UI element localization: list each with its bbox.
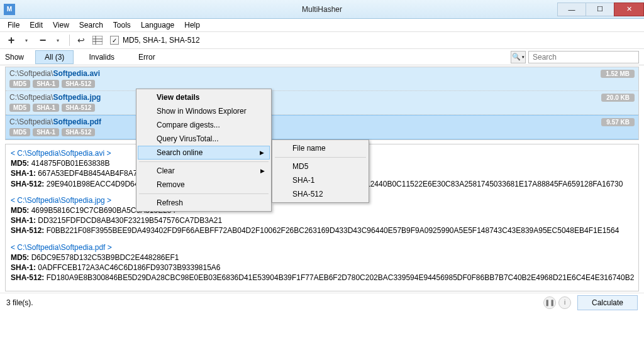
menu-edit[interactable]: Edit <box>25 19 48 31</box>
info-icon: i <box>564 299 565 306</box>
hash-value: 0ADFFCEB172A3AC46C6D186FD93073B9339815A6 <box>38 263 220 272</box>
filter-all-tab[interactable]: All (3) <box>35 50 74 64</box>
ctx-sub-sha512[interactable]: SHA-512 <box>274 187 367 201</box>
hash-badge: SHA-1 <box>33 80 59 88</box>
menu-separator <box>275 157 366 158</box>
hash-value: F0BB221F08F3955BEE9DA493402FD9F66AEBFF72… <box>47 226 619 235</box>
file-row[interactable]: C:\Softpedia\Softpedia.avi 1.52 MB MD5 S… <box>6 67 638 91</box>
hash-modes-label: MD5, SHA-1, SHA-512 <box>123 36 200 45</box>
file-path: C:\Softpedia\Softpedia.pdf <box>9 117 635 126</box>
hash-badge: MD5 <box>9 128 30 136</box>
show-label: Show <box>5 51 33 63</box>
calculate-button[interactable]: Calculate <box>577 295 638 310</box>
hash-badge: SHA-1 <box>33 104 59 112</box>
filter-invalids-tab[interactable]: Invalids <box>80 51 123 63</box>
status-bar: 3 file(s). ❚❚ i Calculate <box>0 293 644 312</box>
minimize-button[interactable]: — <box>557 3 586 16</box>
file-path: C:\Softpedia\Softpedia.jpg <box>9 93 635 102</box>
menu-help[interactable]: Help <box>179 19 205 31</box>
menu-file[interactable]: File <box>3 19 25 31</box>
context-menu: View details Show in Windows Explorer Co… <box>136 89 272 212</box>
hash-modes-checkbox[interactable]: ✓ <box>110 36 119 45</box>
ctx-compare-digests[interactable]: Compare digests... <box>138 118 270 132</box>
ctx-query-virustotal[interactable]: Query VirusTotal... <box>138 132 270 146</box>
window-controls: — ☐ ✕ <box>558 3 644 16</box>
info-button[interactable]: i <box>558 296 571 309</box>
hash-badge: SHA-512 <box>62 104 95 112</box>
ctx-sub-sha1[interactable]: SHA-1 <box>274 173 367 187</box>
menu-language[interactable]: Language <box>136 19 179 31</box>
submenu-arrow-icon: ▶ <box>260 149 264 156</box>
remove-dropdown-icon[interactable]: ▾ <box>50 33 65 47</box>
add-button[interactable]: + <box>4 33 19 47</box>
maximize-button[interactable]: ☐ <box>586 3 614 16</box>
toolbar: + ▾ − ▾ ↩ ✓ MD5, SHA-1, SHA-512 <box>0 31 644 49</box>
file-size-badge: 20.0 KB <box>601 94 635 102</box>
file-size-badge: 1.52 MB <box>601 70 635 78</box>
toolbar-separator <box>69 35 70 46</box>
title-bar: M MultiHasher — ☐ ✕ <box>0 0 644 19</box>
hash-badge: SHA-512 <box>62 128 95 136</box>
back-arrow-icon[interactable]: ↩ <box>74 33 89 47</box>
ctx-clear[interactable]: Clear▶ <box>138 164 270 178</box>
menu-separator <box>139 193 269 194</box>
file-count-label: 3 file(s). <box>6 298 33 307</box>
submenu-arrow-icon: ▶ <box>260 168 265 174</box>
window-title: MultiHasher <box>302 5 342 14</box>
pause-button[interactable]: ❚❚ <box>543 296 556 309</box>
hash-value: DD3215FDFDCD8AB430F23219B547576CA7DB3A21 <box>38 216 222 225</box>
menu-bar: File Edit View Search Tools Language Hel… <box>0 19 644 31</box>
menu-view[interactable]: View <box>48 19 74 31</box>
menu-search[interactable]: Search <box>74 19 108 31</box>
file-list: C:\Softpedia\Softpedia.avi 1.52 MB MD5 S… <box>5 67 639 140</box>
remove-button[interactable]: − <box>35 33 50 47</box>
hash-badge: MD5 <box>9 80 30 88</box>
hash-value: 414875F0B01E63838B <box>31 159 110 168</box>
app-icon: M <box>4 4 15 15</box>
hash-value: FD180A9E8B300846BE5D29DA28CBC98E0EB03E68… <box>47 273 635 282</box>
menu-tools[interactable]: Tools <box>108 19 136 31</box>
search-input[interactable] <box>528 51 639 63</box>
pause-icon: ❚❚ <box>545 299 555 306</box>
filter-error-tab[interactable]: Error <box>130 51 164 63</box>
file-row[interactable]: C:\Softpedia\Softpedia.jpg 20.0 KB MD5 S… <box>6 91 638 115</box>
context-submenu: File name MD5 SHA-1 SHA-512 <box>272 139 369 203</box>
hash-badge: SHA-1 <box>33 128 59 136</box>
detail-file-link[interactable]: C:\Softpedia\Softpedia.pdf <box>17 243 105 252</box>
close-button[interactable]: ✕ <box>614 3 644 16</box>
add-dropdown-icon[interactable]: ▾ <box>19 33 34 47</box>
file-path: C:\Softpedia\Softpedia.avi <box>9 69 635 78</box>
ctx-show-explorer[interactable]: Show in Windows Explorer <box>138 104 270 118</box>
menu-separator <box>139 161 269 162</box>
hash-badge: MD5 <box>9 104 30 112</box>
table-icon[interactable] <box>90 33 105 47</box>
detail-file-link[interactable]: C:\Softpedia\Softpedia.jpg <box>17 196 104 205</box>
ctx-sub-md5[interactable]: MD5 <box>274 160 367 173</box>
hash-value: D6DC9E578D132C53B9BDC2E448286EF1 <box>31 253 179 262</box>
svg-rect-0 <box>92 36 103 45</box>
chevron-down-icon: ▾ <box>522 55 525 60</box>
ctx-view-details[interactable]: View details <box>138 90 270 104</box>
detail-file-link[interactable]: C:\Softpedia\Softpedia.avi <box>17 149 104 158</box>
ctx-refresh[interactable]: Refresh <box>138 196 270 210</box>
search-mode-button[interactable]: 🔍▾ <box>511 51 526 63</box>
ctx-remove[interactable]: Remove <box>138 178 270 192</box>
filter-bar: Show All (3) Invalids Error 🔍▾ <box>0 49 644 65</box>
search-icon: 🔍 <box>512 53 521 61</box>
ctx-sub-filename[interactable]: File name <box>274 141 367 155</box>
hash-badge: SHA-512 <box>62 80 95 88</box>
file-row[interactable]: C:\Softpedia\Softpedia.pdf 9.57 KB MD5 S… <box>6 115 638 139</box>
file-size-badge: 9.57 KB <box>601 118 635 126</box>
ctx-search-online[interactable]: Search online▶ <box>138 146 270 160</box>
